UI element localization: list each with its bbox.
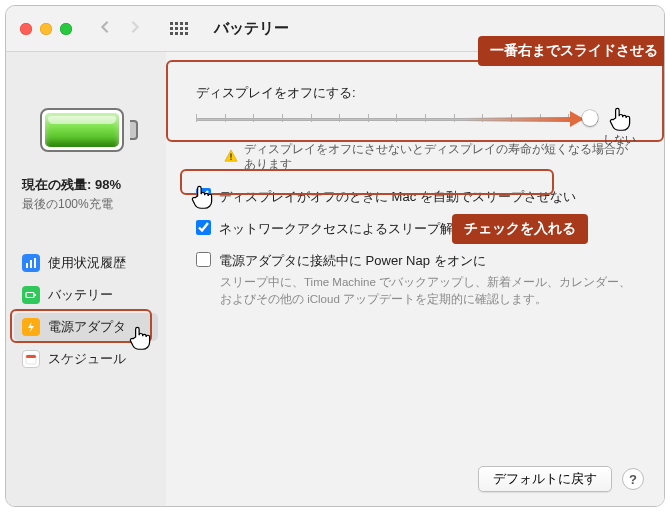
svg-rect-1 [30, 260, 32, 268]
window-controls [18, 23, 72, 35]
hand-cursor-icon [606, 104, 634, 135]
preferences-window: バッテリー 現在の残量: 98% 最後の100%充電 使用状況履歴 [5, 5, 665, 507]
window-title: バッテリー [214, 19, 289, 38]
minimize-icon[interactable] [40, 23, 52, 35]
sidebar-nav: 使用状況履歴 バッテリー 電源アダプタ [14, 249, 158, 373]
display-off-warning: ディスプレイをオフにさせないとディスプレイの寿命が短くなる場合があります [224, 142, 636, 172]
back-icon[interactable] [98, 20, 112, 37]
main-panel: 一番右までスライドさせる ディスプレイをオフにする: しない [166, 52, 664, 506]
hand-cursor-icon [188, 182, 216, 213]
checkbox-label: ディスプレイがオフのときに Mac を自動でスリープさせない [219, 188, 576, 206]
battery-small-icon [22, 286, 40, 304]
sidebar-item-usage[interactable]: 使用状況履歴 [14, 249, 158, 277]
svg-rect-2 [34, 258, 36, 268]
warning-icon [224, 149, 238, 165]
warning-text: ディスプレイをオフにさせないとディスプレイの寿命が短くなる場合があります [244, 142, 636, 172]
battery-icon [40, 108, 132, 152]
checkbox-input[interactable] [196, 252, 211, 267]
checkbox-input[interactable] [196, 220, 211, 235]
show-all-icon[interactable] [170, 22, 188, 35]
sidebar-item-label: バッテリー [48, 286, 113, 304]
battery-last-label: 最後の100%充電 [22, 196, 150, 213]
battery-now-label: 現在の残量: 98% [22, 176, 150, 194]
svg-rect-0 [26, 263, 28, 268]
zoom-icon[interactable] [60, 23, 72, 35]
close-icon[interactable] [20, 23, 32, 35]
svg-rect-7 [230, 153, 231, 157]
help-button[interactable]: ? [622, 468, 644, 490]
svg-rect-3 [26, 293, 34, 298]
checkbox-power-nap[interactable]: 電源アダプタに接続中に Power Nap をオンに [196, 252, 636, 270]
nav-arrows [98, 20, 142, 37]
sidebar-item-label: 使用状況履歴 [48, 254, 126, 272]
sidebar-item-label: スケジュール [48, 350, 126, 368]
reset-defaults-button[interactable]: デフォルトに戻す [478, 466, 612, 492]
hand-cursor-icon [126, 323, 154, 354]
display-off-slider[interactable]: しない [196, 106, 636, 134]
sidebar-item-label: 電源アダプタ [48, 318, 126, 336]
bolt-icon [22, 318, 40, 336]
display-off-label: ディスプレイをオフにする: [196, 84, 636, 102]
forward-icon[interactable] [128, 20, 142, 37]
calendar-icon [22, 350, 40, 368]
svg-rect-8 [230, 159, 231, 160]
footer: デフォルトに戻す ? [478, 466, 644, 492]
battery-status: 現在の残量: 98% 最後の100%充電 [14, 176, 158, 213]
checkbox-label: ネットワークアクセスによるスリープ解除 [219, 220, 466, 238]
checkbox-no-auto-sleep[interactable]: ディスプレイがオフのときに Mac を自動でスリープさせない [196, 188, 636, 206]
annotation-check-it: チェックを入れる [452, 214, 588, 244]
svg-rect-6 [26, 355, 36, 358]
usage-icon [22, 254, 40, 272]
sidebar-item-battery[interactable]: バッテリー [14, 281, 158, 309]
svg-rect-4 [35, 294, 37, 296]
sidebar: 現在の残量: 98% 最後の100%充電 使用状況履歴 バッテリー [6, 52, 166, 506]
annotation-slide-right: 一番右までスライドさせる [478, 36, 665, 66]
checkbox-label: 電源アダプタに接続中に Power Nap をオンに [219, 252, 486, 270]
power-nap-description: スリープ中に、Time Machine でバックアップし、新着メール、カレンダー… [220, 274, 636, 309]
